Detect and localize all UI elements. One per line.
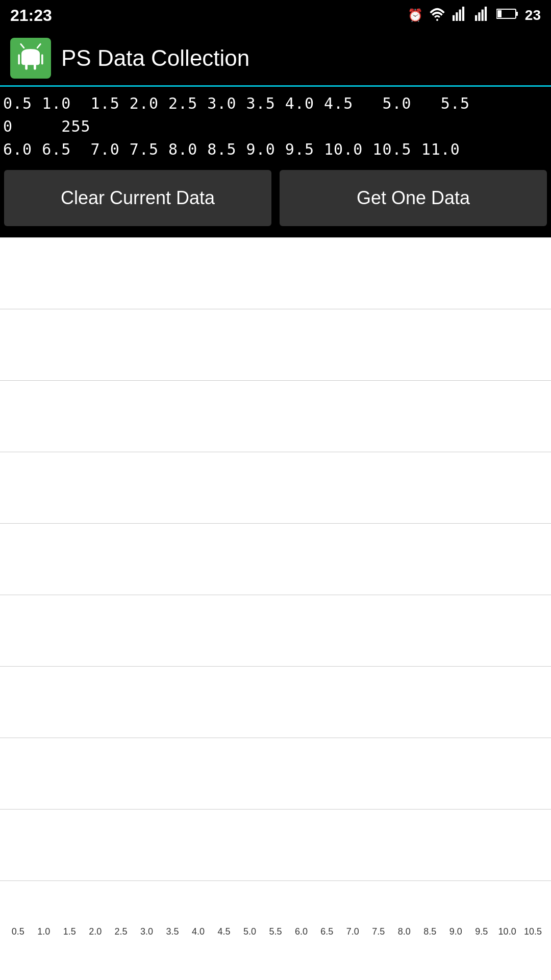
svg-rect-7 [481, 10, 483, 21]
clear-current-data-button[interactable]: Clear Current Data [4, 170, 271, 226]
x-label-5: 3.0 [134, 926, 159, 937]
x-label-6: 3.5 [160, 926, 185, 937]
x-label-20: 10.5 [520, 926, 545, 937]
svg-point-0 [436, 19, 438, 21]
x-label-19: 10.0 [494, 926, 520, 937]
signal-icon-2 [474, 7, 490, 24]
battery-icon [496, 7, 519, 24]
svg-rect-11 [497, 10, 502, 17]
svg-rect-8 [485, 7, 487, 21]
alarm-icon: ⏰ [408, 8, 423, 22]
app-icon [10, 38, 51, 79]
x-label-4: 2.5 [108, 926, 134, 937]
x-label-7: 4.0 [185, 926, 211, 937]
svg-rect-2 [456, 12, 458, 21]
data-display: 0.5 1.0 1.5 2.0 2.5 3.0 3.5 4.0 4.5 5.0 … [0, 87, 551, 161]
x-label-15: 8.0 [391, 926, 417, 937]
svg-line-16 [21, 44, 24, 47]
x-label-10: 5.5 [263, 926, 288, 937]
status-icons: ⏰ [408, 7, 541, 24]
svg-rect-4 [462, 7, 464, 21]
buttons-area: Clear Current Data Get One Data [0, 161, 551, 237]
x-label-1: 1.0 [31, 926, 56, 937]
grid-line-3 [0, 452, 551, 452]
x-label-11: 6.0 [288, 926, 314, 937]
svg-rect-3 [459, 10, 461, 21]
grid-line-6 [0, 666, 551, 667]
wifi-icon [429, 7, 445, 24]
app-bar: PS Data Collection [0, 31, 551, 87]
x-label-18: 9.5 [468, 926, 494, 937]
grid-line-4 [0, 523, 551, 524]
grid-line-8 [0, 809, 551, 810]
svg-rect-10 [516, 12, 518, 16]
x-label-16: 8.5 [417, 926, 443, 937]
x-label-0: 0.5 [5, 926, 31, 937]
android-icon [15, 43, 46, 74]
svg-rect-5 [475, 15, 477, 21]
get-one-data-button[interactable]: Get One Data [280, 170, 547, 226]
x-label-17: 9.0 [443, 926, 468, 937]
svg-line-17 [37, 44, 40, 47]
x-label-8: 4.5 [211, 926, 237, 937]
grid-line-7 [0, 738, 551, 738]
grid-line-5 [0, 595, 551, 595]
battery-level: 23 [525, 7, 541, 23]
data-row-3: 6.0 6.5 7.0 7.5 8.0 8.5 9.0 9.5 10.0 10.… [3, 138, 548, 161]
chart-container: 0.5 1.0 1.5 2.0 2.5 3.0 3.5 4.0 4.5 5.0 … [0, 237, 551, 942]
svg-rect-6 [478, 12, 480, 21]
grid-line-1 [0, 309, 551, 309]
svg-rect-1 [453, 15, 455, 21]
data-row-2: 0 255 [3, 115, 548, 138]
x-label-13: 7.0 [340, 926, 365, 937]
app-title: PS Data Collection [61, 45, 249, 71]
grid-line-top [0, 237, 551, 238]
status-bar: 21:23 ⏰ [0, 0, 551, 31]
data-row-1: 0.5 1.0 1.5 2.0 2.5 3.0 3.5 4.0 4.5 5.0 … [3, 92, 548, 115]
x-label-3: 2.0 [82, 926, 108, 937]
grid-line-9 [0, 880, 551, 881]
x-label-14: 7.5 [366, 926, 391, 937]
x-axis: 0.5 1.0 1.5 2.0 2.5 3.0 3.5 4.0 4.5 5.0 … [0, 921, 551, 942]
signal-icon-1 [452, 7, 468, 24]
x-label-2: 1.5 [57, 926, 82, 937]
grid-line-2 [0, 380, 551, 381]
x-label-9: 5.0 [237, 926, 262, 937]
status-time: 21:23 [10, 6, 52, 25]
x-label-12: 6.5 [314, 926, 340, 937]
